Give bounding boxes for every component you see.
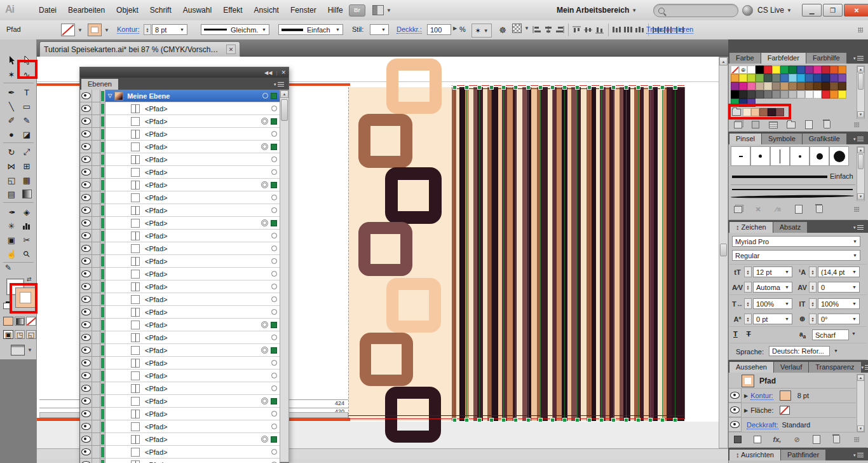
delete-brush-icon[interactable] xyxy=(813,205,825,214)
font-style-select[interactable]: Regular ▼ xyxy=(732,250,860,261)
lock-cell[interactable] xyxy=(92,217,100,230)
layer-row-main[interactable]: <Pfad> xyxy=(105,153,280,166)
stroke-weight-stepper[interactable]: ▲▼ xyxy=(144,24,151,35)
tab-farbhilfe[interactable]: Farbhilfe xyxy=(806,53,846,64)
workspace-switcher[interactable]: Mein Arbeitsbereich ▼ xyxy=(557,0,637,20)
lock-cell[interactable] xyxy=(92,382,100,395)
delete-item-icon[interactable] xyxy=(831,435,842,444)
panel-menu-icon[interactable] xyxy=(853,136,865,142)
swatch[interactable] xyxy=(747,74,756,82)
layer-row-main[interactable]: <Pfad> xyxy=(105,331,280,344)
brush-libraries-icon[interactable] xyxy=(732,205,743,214)
distribute-top-icon[interactable] xyxy=(612,25,622,35)
tracking-select-box[interactable]: 0▼ xyxy=(818,282,860,293)
kerning-select[interactable]: A⁄V▲▼Automa▼ xyxy=(732,282,792,293)
tab-aussehen[interactable]: Aussehen xyxy=(729,362,773,373)
layer-row-pfad[interactable]: <Pfad> xyxy=(80,344,280,357)
visibility-icon[interactable] xyxy=(730,392,740,399)
close-icon[interactable]: ✕ xyxy=(281,69,286,76)
vertical-scroll-thumb[interactable] xyxy=(720,244,727,256)
layers-scroll-thumb[interactable] xyxy=(281,99,288,121)
clear-appearance-icon[interactable]: ⊘ xyxy=(791,435,803,444)
lock-cell[interactable] xyxy=(92,179,100,191)
panel-menu-icon[interactable] xyxy=(862,364,868,370)
stepper-icon[interactable]: ▲▼ xyxy=(744,266,752,277)
stroke-link[interactable]: Kontur: xyxy=(750,392,773,400)
appearance-stroke-row[interactable]: ▶ Kontur: 8 pt xyxy=(729,389,856,403)
layer-row-pfad[interactable]: <Pfad> xyxy=(80,217,280,230)
swatch[interactable] xyxy=(830,82,838,90)
swatch[interactable] xyxy=(747,82,756,90)
swatch[interactable] xyxy=(805,66,813,74)
target-icon[interactable] xyxy=(271,169,277,175)
character-rotation-select[interactable]: ⊕▲▼0°▼ xyxy=(797,314,860,324)
swatch[interactable] xyxy=(772,90,780,99)
swatch[interactable] xyxy=(822,90,830,99)
stepper-icon[interactable]: ▲▼ xyxy=(809,282,817,293)
layer-row-pfad[interactable]: <Pfad> xyxy=(80,153,280,166)
panel-resize-grip[interactable] xyxy=(854,207,859,212)
align-bottom-icon[interactable] xyxy=(595,25,605,35)
stepper-icon[interactable]: ▲▼ xyxy=(809,266,817,277)
swatch[interactable] xyxy=(789,66,797,74)
layer-row-main[interactable]: <Pfad> xyxy=(105,230,280,242)
transform-panel-link[interactable]: Transformieren xyxy=(646,25,693,34)
layer-row-main[interactable]: <Pfad> xyxy=(105,255,280,268)
swatch[interactable] xyxy=(764,90,772,99)
tool-eraser[interactable]: ◪ xyxy=(19,127,34,141)
lock-cell[interactable] xyxy=(92,230,100,242)
target-icon[interactable] xyxy=(271,385,277,391)
menu-item-hilfe[interactable]: Hilfe xyxy=(322,1,349,20)
swatch[interactable] xyxy=(797,90,805,99)
stepper-icon[interactable]: ▲▼ xyxy=(809,298,817,309)
tool-gradient[interactable] xyxy=(19,187,34,201)
swatch[interactable] xyxy=(830,90,838,99)
layer-row-main[interactable]: <Pfad> xyxy=(105,128,280,141)
calligraphic-brush[interactable] xyxy=(829,146,849,166)
layer-row-pfad[interactable]: <Pfad> xyxy=(80,382,280,395)
visibility-cell[interactable] xyxy=(80,217,92,230)
lock-cell[interactable] xyxy=(92,280,100,293)
layer-row-main[interactable]: <Pfad> xyxy=(105,141,280,153)
lock-cell[interactable] xyxy=(92,90,100,102)
visibility-cell[interactable] xyxy=(80,293,92,306)
lock-cell[interactable] xyxy=(92,306,100,319)
panel-menu-icon[interactable] xyxy=(853,225,865,230)
visibility-cell[interactable] xyxy=(80,166,92,179)
color-mode-button[interactable] xyxy=(3,317,13,326)
kerning-select-box[interactable]: Automa▼ xyxy=(753,282,792,293)
tab-ausrichten[interactable]: ↕ Ausrichten xyxy=(729,450,780,460)
layer-row-main[interactable]: <Pfad> xyxy=(105,191,280,204)
swatch[interactable] xyxy=(747,90,756,99)
swatch[interactable] xyxy=(838,82,846,90)
visibility-cell[interactable] xyxy=(80,128,92,141)
layer-row-main[interactable]: <Pfad> xyxy=(105,115,280,128)
target-icon[interactable] xyxy=(271,207,277,213)
new-swatch-icon[interactable] xyxy=(803,120,815,129)
visibility-cell[interactable] xyxy=(80,357,92,370)
swatch[interactable] xyxy=(797,74,805,82)
swatch[interactable] xyxy=(731,74,739,82)
tracking-select[interactable]: AV▲▼0▼ xyxy=(797,282,860,293)
opacity-panel-link[interactable]: Deckkr.: xyxy=(397,25,422,34)
swatch[interactable] xyxy=(739,82,747,90)
layer-row-pfad[interactable]: <Pfad> xyxy=(80,293,280,306)
layer-row-main[interactable]: <Pfad> xyxy=(105,166,280,179)
menu-item-schrift[interactable]: Schrift xyxy=(144,1,177,20)
simple-brush-stroke[interactable] xyxy=(732,176,827,178)
layer-row-main[interactable]: <Pfad> xyxy=(105,433,280,446)
restore-button[interactable]: ❐ xyxy=(823,4,843,17)
tab-grafikstile[interactable]: Grafikstile xyxy=(803,134,846,144)
lock-cell[interactable] xyxy=(92,357,100,370)
swatch[interactable] xyxy=(805,74,813,82)
layer-row-main[interactable]: ▽Meine Ebene xyxy=(105,90,280,102)
disclosure-icon[interactable]: ▶ xyxy=(744,393,748,399)
collapse-icons[interactable]: ◀◀ xyxy=(264,70,272,76)
disclosure-icon[interactable]: ▶ xyxy=(744,408,748,413)
new-stroke-icon[interactable] xyxy=(732,435,743,444)
calligraphic-brush[interactable] xyxy=(750,146,770,166)
target-icon[interactable] xyxy=(271,195,277,200)
layers-panel-titlebar[interactable]: ◀◀ | ✕ xyxy=(80,67,288,78)
draw-inside-button[interactable]: ◱ xyxy=(26,330,36,339)
lock-cell[interactable] xyxy=(92,395,100,408)
